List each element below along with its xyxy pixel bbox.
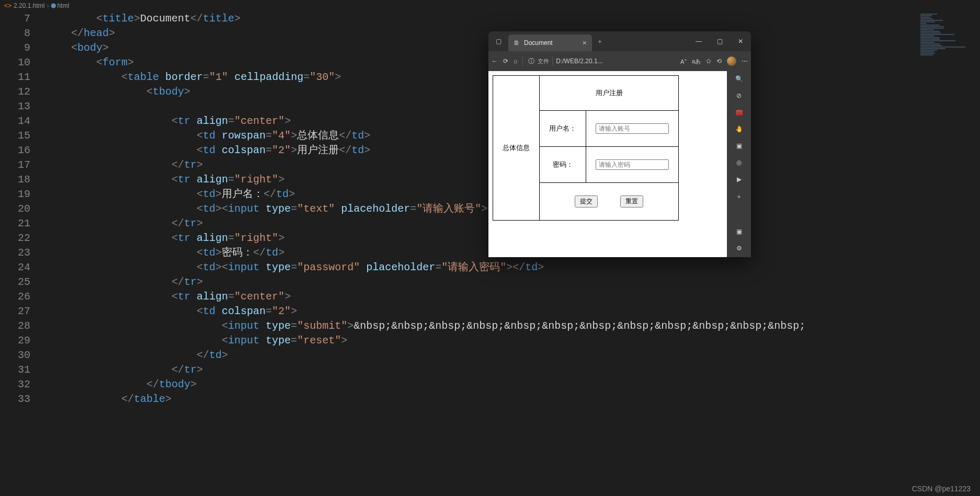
close-tab-icon[interactable]: ✕: [582, 40, 587, 47]
submit-button[interactable]: [575, 195, 598, 207]
browser-tab[interactable]: 🗎 Document ✕: [508, 34, 592, 51]
close-window-icon[interactable]: ✕: [730, 31, 751, 51]
watermark: CSDN @pe11223: [912, 485, 971, 493]
register-table: 总体信息 用户注册 用户名： 密码：: [493, 75, 679, 221]
book-icon[interactable]: ▣: [736, 142, 742, 149]
people-icon[interactable]: 🤚: [735, 125, 743, 133]
password-input[interactable]: [596, 159, 669, 170]
username-input[interactable]: [596, 123, 669, 134]
browser-toolbar: ← ⟳ ⌂ ⓘ 文件 D:/WEB/2.20.1... A» aあ ✩ ⟲ ⋯: [488, 51, 751, 71]
sync-icon[interactable]: ⟲: [716, 57, 722, 65]
browser-sidebar: 🔍 ⊘ 🧰 🤚 ▣ ◎ ▶ ＋ ▣ ⚙: [727, 71, 751, 257]
table-cell-overall: 总体信息: [493, 76, 540, 221]
search-icon[interactable]: 🔍: [735, 75, 743, 83]
table-cell-username-label: 用户名：: [540, 111, 586, 147]
new-tab-icon[interactable]: ＋: [592, 31, 608, 51]
table-cell-heading: 用户注册: [540, 76, 679, 111]
browser-window: ▢ 🗎 Document ✕ ＋ — ▢ ✕ ← ⟳ ⌂ ⓘ 文件 D:/WEB…: [488, 31, 751, 257]
url-path: D:/WEB/2.20.1...: [556, 57, 602, 65]
back-icon[interactable]: ←: [492, 57, 498, 65]
page-icon: 🗎: [514, 39, 520, 47]
table-cell-password-label: 密码：: [540, 147, 586, 183]
reset-button[interactable]: [620, 195, 643, 207]
favorite-icon[interactable]: ✩: [706, 57, 711, 65]
toolbox-icon[interactable]: 🧰: [735, 109, 743, 116]
tab-title: Document: [524, 39, 553, 47]
toolbar-separator: [522, 56, 523, 66]
table-cell-buttons: [540, 183, 679, 221]
text-size-icon[interactable]: A»: [680, 57, 687, 65]
tabs-overview-icon[interactable]: ▢: [488, 31, 508, 51]
url-separator: [552, 56, 553, 66]
minimap[interactable]: [917, 11, 980, 74]
maximize-icon[interactable]: ▢: [709, 31, 730, 51]
profile-avatar[interactable]: [727, 56, 736, 66]
breadcrumb-separator-icon: ›: [47, 2, 49, 9]
info-icon[interactable]: ⓘ: [528, 57, 534, 66]
register-form: 总体信息 用户注册 用户名： 密码：: [493, 75, 723, 221]
table-cell-username-input: [586, 111, 679, 147]
more-icon[interactable]: ⋯: [742, 57, 748, 65]
camera-icon[interactable]: ◎: [736, 159, 742, 166]
breadcrumb-file[interactable]: 2.20.1.html: [14, 2, 44, 9]
browser-titlebar: ▢ 🗎 Document ✕ ＋ — ▢ ✕: [488, 31, 751, 51]
tag-icon[interactable]: ⊘: [736, 92, 742, 99]
html-scope-icon: ⬢: [51, 2, 56, 9]
minimize-icon[interactable]: —: [688, 31, 709, 51]
breadcrumb-scope[interactable]: html: [57, 2, 69, 9]
line-number-gutter: 7891011121314151617181920212223242526272…: [0, 11, 46, 496]
address-bar[interactable]: ⓘ 文件 D:/WEB/2.20.1...: [528, 56, 602, 66]
table-cell-password-input: [586, 147, 679, 183]
add-icon[interactable]: ＋: [736, 192, 742, 201]
translate-icon[interactable]: aあ: [692, 57, 701, 65]
refresh-icon[interactable]: ⟳: [503, 57, 508, 65]
panel-icon[interactable]: ▣: [736, 228, 742, 235]
home-icon[interactable]: ⌂: [514, 57, 517, 65]
url-label: 文件: [538, 57, 549, 65]
breadcrumb: <> 2.20.1.html › ⬢ html: [0, 0, 980, 11]
rendered-page: 总体信息 用户注册 用户名： 密码：: [488, 71, 727, 257]
settings-icon[interactable]: ⚙: [736, 245, 742, 252]
browser-content-wrap: 总体信息 用户注册 用户名： 密码：: [488, 71, 751, 257]
video-icon[interactable]: ▶: [737, 176, 742, 183]
html-file-icon: <>: [4, 2, 12, 9]
